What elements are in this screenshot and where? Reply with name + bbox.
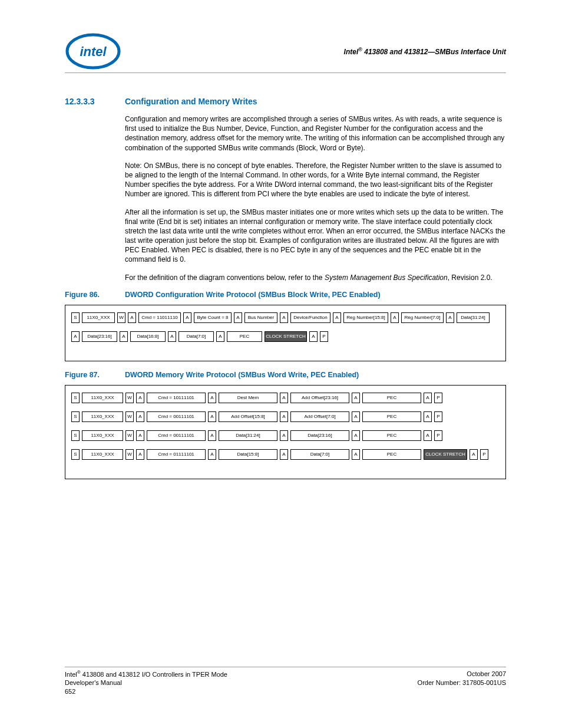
figure-86-box: S 11X0_XXX W A Cmd = 11011110 A Byte Cou… [65,305,506,361]
proto-cell: S [71,393,80,403]
proto-cell: PEC [362,430,421,441]
proto-cell: A [136,393,144,403]
proto-cell: Cmd = 11011110 [138,312,181,323]
proto-cell: PEC [362,393,421,403]
proto-cell: A [391,312,399,323]
proto-cell: Device/Function [290,312,330,323]
proto-cell: A [120,331,128,342]
section-title: Configuration and Memory Writes [125,97,257,106]
proto-cell: A [280,430,288,441]
proto-cell: 11X0_XXX [82,430,123,441]
page-footer: Intel® 413808 and 413812 I/O Controllers… [65,667,506,696]
proto-cell: S [71,430,80,441]
footer-page-number: 652 [65,687,227,696]
proto-cell: Data[31:24] [457,312,490,323]
paragraph-1: Configuration and memory writes are acco… [125,114,506,153]
fig87-row3: S 11X0_XXX W A Cmd = 00111101 A Data[31:… [71,430,500,441]
paragraph-4: For the definition of the diagram conven… [125,273,506,282]
proto-cell: W [125,430,134,441]
proto-cell: Data[23:16] [82,331,117,342]
proto-cell: A [128,312,136,323]
figure-title: DWORD Configuration Write Protocol (SMBu… [125,291,381,299]
proto-cell: Dest Mem [219,393,277,403]
proto-cell: A [424,430,432,441]
proto-cell: A [280,411,288,422]
figure-86-caption: Figure 86. DWORD Configuration Write Pro… [65,291,506,299]
paragraph-2: Note: On SMBus, there is no concept of b… [125,161,506,199]
proto-cell: 11X0_XXX [82,449,123,460]
proto-cell-clockstretch: CLOCK STRETCH [265,331,307,342]
figure-title: DWORD Memory Write Protocol (SMBus Word … [125,371,359,379]
proto-cell: A [280,312,288,323]
proto-cell: Byte Count = 8 [194,312,232,323]
proto-cell: Bus Number [244,312,277,323]
proto-cell: Reg Number[15:8] [343,312,388,323]
proto-cell: A [352,411,360,422]
proto-cell: 11X0_XXX [82,411,123,422]
proto-cell: W [117,312,125,323]
proto-cell: A [71,331,80,342]
proto-cell: Cmd = 00111101 [147,411,206,422]
proto-cell: A [333,312,341,323]
paragraph-3: After all the information is set up, the… [125,207,506,265]
proto-cell: A [446,312,454,323]
figure-87-box: S 11X0_XXX W A Cmd = 10111101 A Dest Mem… [65,385,506,479]
proto-cell: A [470,449,478,460]
proto-cell: P [434,430,442,441]
proto-cell: A [168,331,176,342]
fig87-row4: S 11X0_XXX W A Cmd = 01111101 A Data[15:… [71,449,500,460]
proto-cell: A [424,393,432,403]
footer-line1: Intel® 413808 and 413812 I/O Controllers… [65,670,227,678]
proto-cell: S [71,449,80,460]
proto-cell: A [208,411,216,422]
proto-cell: Cmd = 01111101 [147,449,206,460]
proto-cell: A [424,411,432,422]
proto-cell: A [136,449,144,460]
proto-cell: A [309,331,318,342]
para4-b: System Management Bus Specification [325,274,448,282]
footer-date: October 2007 [418,670,506,678]
proto-cell: PEC [362,449,421,460]
proto-cell: A [208,393,216,403]
page-header: intel Intel® 413808 and 413812—SMBus Int… [65,32,506,73]
para4-a: For the definition of the diagram conven… [125,274,325,282]
footer-line2: Developer's Manual [65,678,227,687]
proto-cell: Data[7:0] [290,449,349,460]
proto-cell: PEC [362,411,421,422]
proto-cell: A [136,430,144,441]
proto-cell: W [125,411,134,422]
proto-cell: A [234,312,242,323]
para4-c: , Revision 2.0. [448,274,492,282]
proto-cell: Add Offset[15:8] [219,411,277,422]
proto-cell: P [320,331,328,342]
proto-cell: Add Offset[23:16] [290,393,349,403]
proto-cell: P [434,411,442,422]
proto-cell: A [216,331,224,342]
section-number: 12.3.3.3 [65,97,108,106]
proto-cell: S [71,312,80,323]
intel-logo: intel [65,32,121,70]
proto-cell: A [352,430,360,441]
proto-cell: A [352,393,360,403]
proto-cell: Cmd = 10111101 [147,393,206,403]
proto-cell: Data[7:0] [178,331,214,342]
figure-label: Figure 87. [65,371,114,379]
proto-cell: Data[16:8] [130,331,166,342]
proto-cell: A [183,312,191,323]
proto-cell: P [434,393,442,403]
proto-cell: S [71,411,80,422]
proto-cell: A [352,449,360,460]
proto-cell: W [125,449,134,460]
proto-cell: Data[31:24] [219,430,277,441]
section-heading: 12.3.3.3 Configuration and Memory Writes [65,97,506,106]
proto-cell: Data[23:16] [290,430,349,441]
proto-cell: Cmd = 00111101 [147,430,206,441]
footer-order-number: Order Number: 317805-001US [418,678,506,687]
proto-cell: A [136,411,144,422]
proto-cell-clockstretch: CLOCK STRETCH [424,449,467,460]
fig86-row1: S 11X0_XXX W A Cmd = 11011110 A Byte Cou… [71,312,500,323]
fig86-row2: A Data[23:16] A Data[16:8] A Data[7:0] A… [71,331,500,342]
svg-text:intel: intel [80,44,107,59]
proto-cell: W [125,393,134,403]
proto-cell: PEC [227,331,262,342]
